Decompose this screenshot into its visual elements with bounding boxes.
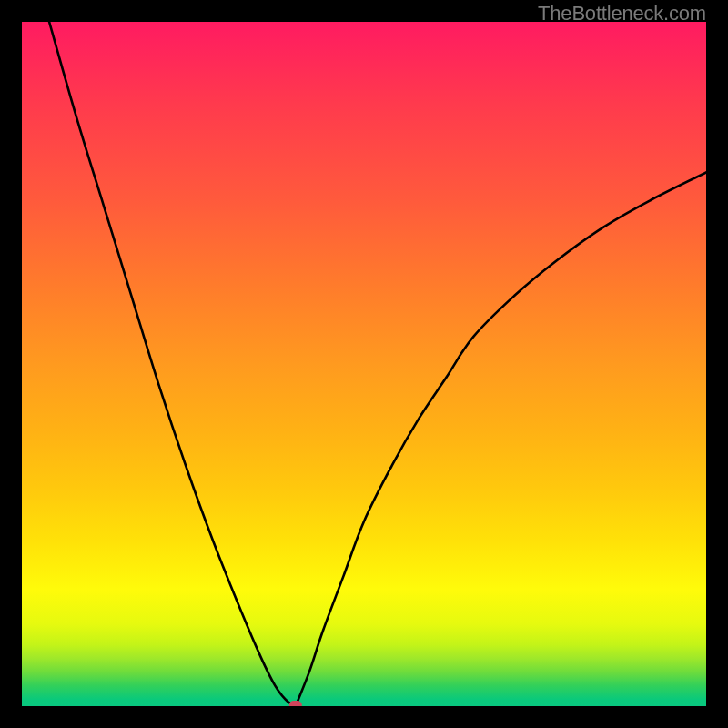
- plot-area: [22, 22, 706, 706]
- curve-layer: [22, 22, 706, 706]
- curve-left-branch: [49, 22, 296, 706]
- curve-right-branch: [296, 172, 706, 706]
- vertex-marker: [289, 701, 302, 706]
- chart-frame: TheBottleneck.com: [0, 0, 728, 728]
